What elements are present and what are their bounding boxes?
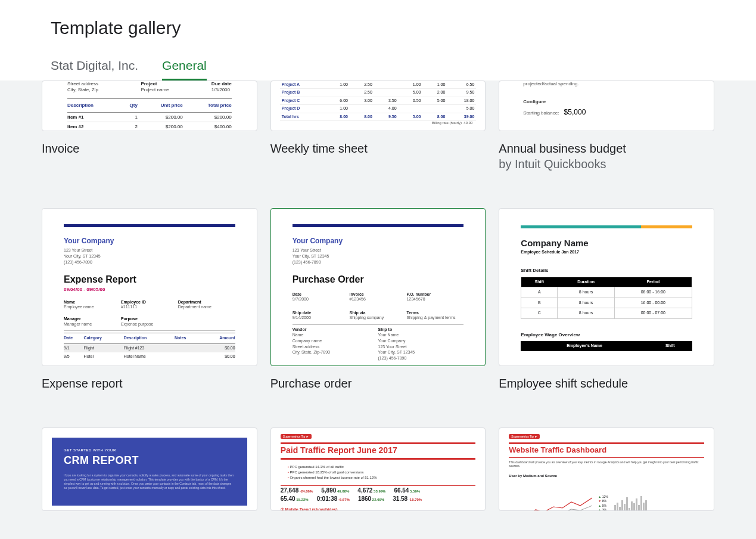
preview-text: Company name bbox=[293, 338, 378, 344]
template-title: Weekly time sheet bbox=[270, 142, 486, 156]
preview-text: 40.00 bbox=[463, 121, 472, 125]
preview-text: 2 bbox=[121, 122, 137, 131]
preview-text: 0:01:38 bbox=[317, 495, 337, 502]
preview-text: 9.50 bbox=[374, 113, 399, 120]
template-thumb: projected/actual spending. Configure Sta… bbox=[499, 80, 714, 131]
preview-text: 8.00 bbox=[350, 113, 374, 120]
template-thumb: GET STARTED WITH YOUR CRM REPORT If you … bbox=[42, 428, 257, 511]
preview-text: Supermetrics Tip ► bbox=[281, 434, 312, 439]
preview-text: #111111 bbox=[121, 305, 178, 309]
preview-text: Your City, ST 12345 bbox=[378, 349, 463, 355]
template-budget[interactable]: projected/actual spending. Configure Sta… bbox=[499, 80, 714, 171]
preview-text: Duration bbox=[558, 277, 614, 287]
template-website-traffic[interactable]: Supermetrics Tip ► Website Traffic Dashb… bbox=[499, 428, 714, 511]
preview-text: Employee's Name bbox=[521, 341, 648, 351]
template-expense-report[interactable]: Your Company 123 Your Street Your City, … bbox=[42, 208, 257, 391]
preview-text: Your City, ST 12345 bbox=[64, 253, 235, 259]
template-thumb: Supermetrics Tip ► Paid Traffic Report J… bbox=[270, 428, 486, 511]
template-title: Purchase order bbox=[270, 377, 486, 391]
preview-text: C bbox=[521, 308, 558, 318]
preview-text: Shipping & payment terms bbox=[406, 315, 463, 320]
preview-text: Flight bbox=[84, 343, 124, 352]
preview-text: Shift bbox=[648, 341, 692, 351]
template-title: Invoice bbox=[42, 142, 257, 156]
preview-text: Total hrs bbox=[280, 113, 325, 120]
preview-text: Your Name bbox=[378, 332, 463, 338]
preview-text: 2.50 bbox=[350, 81, 374, 89]
preview-text: Your City, ST 12345 bbox=[293, 253, 464, 259]
preview-text: 39.00 bbox=[447, 113, 476, 120]
preview-text: Notes bbox=[175, 333, 200, 343]
preview-text: 5.00 bbox=[447, 105, 476, 113]
preview-text: 5.00 bbox=[422, 97, 447, 104]
preview-text: 9/7/2000 bbox=[293, 297, 350, 302]
preview-text: 9/5 bbox=[64, 352, 84, 361]
preview-text: 9/1 bbox=[64, 343, 84, 352]
preview-text: $0.00 bbox=[200, 352, 235, 361]
preview-text: $400.00 bbox=[183, 122, 232, 131]
preview-text: Date bbox=[293, 292, 350, 297]
preview-text bbox=[399, 105, 423, 113]
preview-text: A bbox=[521, 287, 558, 298]
preview-text: Your Company bbox=[293, 237, 464, 245]
preview-text: Project C bbox=[280, 97, 325, 104]
preview-text: 1.00 bbox=[422, 81, 447, 89]
preview-text: Ship date bbox=[293, 311, 350, 315]
preview-text: 08:00 - 16:00 bbox=[614, 287, 692, 298]
preview-text: Your Company bbox=[378, 338, 463, 344]
preview-text: Employee ID bbox=[121, 300, 178, 305]
preview-text: Project bbox=[141, 81, 169, 87]
preview-text: Period bbox=[614, 277, 692, 287]
mini-bars-icon bbox=[614, 495, 647, 511]
preview-text: 9/14/2000 bbox=[293, 315, 350, 320]
preview-text: Hotel Name bbox=[124, 352, 175, 361]
preview-text: 6.50 bbox=[447, 81, 476, 89]
template-paid-traffic[interactable]: Supermetrics Tip ► Paid Traffic Report J… bbox=[270, 428, 486, 511]
template-employee-shift[interactable]: Company Name Employee Schedule Jan 2017 … bbox=[499, 208, 714, 391]
template-timesheet[interactable]: Project A1.002.501.001.006.50 Project B2… bbox=[270, 80, 486, 171]
preview-text: 123 Your Street bbox=[64, 247, 235, 253]
template-purchase-order[interactable]: Your Company 123 Your Street Your City, … bbox=[270, 208, 486, 391]
preview-text: 12345678 bbox=[406, 297, 463, 302]
preview-text: Description bbox=[124, 333, 175, 343]
preview-text: City, State, Zip bbox=[67, 87, 98, 93]
preview-text: 1.00 bbox=[325, 105, 350, 113]
preview-text: 31.58 bbox=[393, 495, 407, 502]
template-thumb: Your Company 123 Your Street Your City, … bbox=[270, 208, 486, 366]
preview-text: Purpose bbox=[121, 317, 178, 321]
preview-text: Manager name bbox=[64, 322, 121, 327]
preview-text: Shift bbox=[521, 277, 558, 287]
preview-text: 1860 bbox=[358, 495, 371, 502]
preview-text: CRM REPORT bbox=[64, 454, 235, 467]
preview-text: -24.86% bbox=[300, 490, 313, 493]
template-crm-report[interactable]: GET STARTED WITH YOUR CRM REPORT If you … bbox=[42, 428, 257, 511]
preview-text bbox=[350, 105, 374, 113]
preview-text: PPC generated 18.25% of all goal convers… bbox=[288, 470, 476, 475]
sparkline-icon bbox=[509, 495, 592, 511]
preview-text: Manager bbox=[64, 317, 121, 321]
page-title: Template gallery bbox=[51, 18, 756, 38]
preview-text: Project D bbox=[280, 105, 325, 113]
preview-text: Item #1 bbox=[67, 112, 121, 122]
preview-text: $0.00 bbox=[200, 343, 235, 352]
preview-text: 8 hours bbox=[558, 287, 614, 298]
template-thumb: Project A1.002.501.001.006.50 Project B2… bbox=[270, 80, 486, 131]
preview-text: Qty bbox=[121, 99, 137, 113]
preview-text: Configure bbox=[523, 99, 690, 105]
preview-text: Starting balance: bbox=[523, 110, 559, 116]
preview-text: 5.59% bbox=[410, 490, 420, 493]
preview-text: GET STARTED WITH YOUR bbox=[64, 448, 235, 453]
preview-text: 00:00 - 07:00 bbox=[614, 308, 692, 318]
preview-text: Item #2 bbox=[67, 122, 121, 131]
template-invoice[interactable]: Street address City, State, Zip Project … bbox=[42, 80, 257, 171]
preview-text: 16:00 - 00:00 bbox=[614, 298, 692, 308]
preview-text: 123 Your Street bbox=[378, 344, 463, 350]
preview-text: Ship via bbox=[350, 311, 407, 315]
preview-text: 2.00 bbox=[422, 89, 447, 97]
preview-text: Project name bbox=[141, 87, 169, 93]
tab-org[interactable]: Stat Digital, Inc. bbox=[51, 58, 138, 80]
preview-text: 4.00 bbox=[374, 105, 399, 113]
tab-general[interactable]: General bbox=[162, 58, 207, 80]
preview-text: 18.00 bbox=[447, 97, 476, 104]
preview-text: Name bbox=[64, 300, 121, 305]
